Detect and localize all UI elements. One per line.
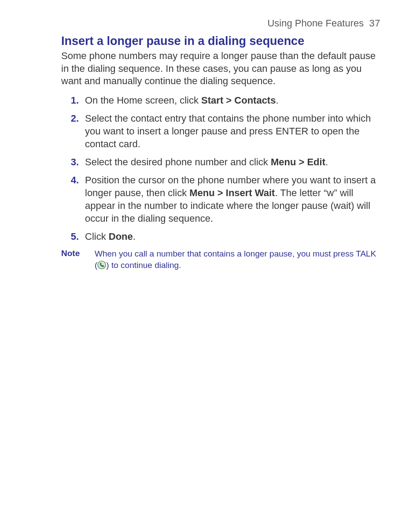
note-block: Note When you call a number that contain… — [59, 248, 380, 271]
step-item: 1. On the Home screen, click Start > Con… — [61, 94, 380, 107]
section-title: Insert a longer pause in a dialing seque… — [59, 34, 380, 48]
svg-point-0 — [98, 261, 106, 269]
talk-button-icon — [97, 260, 106, 269]
step-body: Select the contact entry that contains t… — [85, 112, 380, 150]
step-item: 2. Select the contact entry that contain… — [61, 112, 380, 150]
step-body: Click Done. — [85, 230, 380, 243]
step-number: 1. — [61, 94, 85, 107]
step-number: 3. — [61, 156, 85, 168]
intro-paragraph: Some phone numbers may require a longer … — [59, 50, 380, 88]
step-item: 5. Click Done. — [61, 230, 380, 243]
step-body: On the Home screen, click Start > Contac… — [85, 94, 380, 107]
step-item: 3. Select the desired phone number and c… — [61, 156, 380, 168]
steps-list: 1. On the Home screen, click Start > Con… — [59, 94, 380, 243]
note-label: Note — [61, 248, 95, 258]
document-page: Using Phone Features 37 Insert a longer … — [0, 0, 420, 517]
step-number: 2. — [61, 112, 85, 125]
page-number: 37 — [369, 18, 380, 29]
step-number: 4. — [61, 174, 85, 186]
step-body: Select the desired phone number and clic… — [85, 156, 380, 168]
section-name: Using Phone Features — [267, 18, 364, 29]
step-number: 5. — [61, 230, 85, 243]
step-body: Position the cursor on the phone number … — [85, 174, 380, 225]
running-header: Using Phone Features 37 — [59, 18, 380, 29]
note-body: When you call a number that contains a l… — [95, 248, 380, 271]
step-item: 4. Position the cursor on the phone numb… — [61, 174, 380, 225]
